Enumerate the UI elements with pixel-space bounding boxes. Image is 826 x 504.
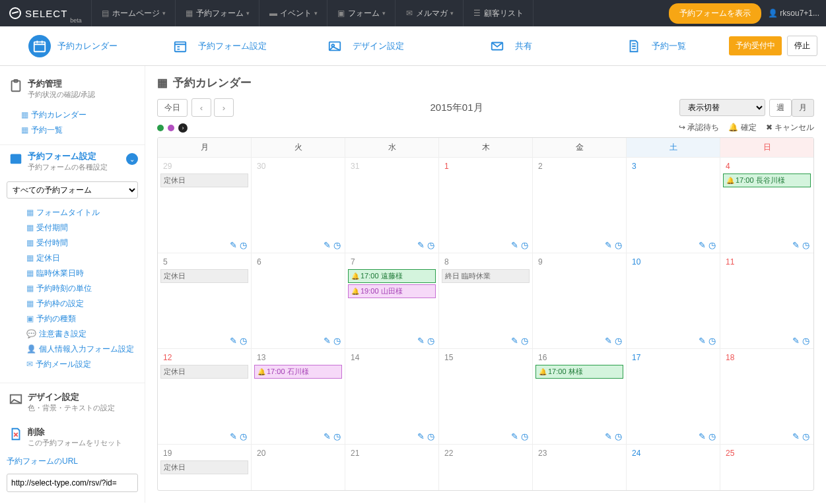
nav-forms[interactable]: ▣フォーム▾: [327, 0, 396, 26]
nav-mailmag[interactable]: ✉メルマガ▾: [396, 0, 464, 26]
week-button[interactable]: 週: [769, 99, 792, 117]
edit-icon[interactable]: ✎: [511, 431, 518, 441]
event[interactable]: 🔔17:00 遠藤様: [348, 269, 436, 283]
edit-icon[interactable]: ✎: [230, 240, 237, 250]
cal-cell[interactable]: 22: [439, 444, 533, 490]
arrow-icon[interactable]: ›: [178, 123, 188, 133]
cal-cell[interactable]: 21: [345, 444, 439, 490]
clock-icon[interactable]: ◷: [708, 240, 716, 250]
cal-cell[interactable]: 31✎◷: [345, 157, 439, 253]
sidebar-link-tempclosed[interactable]: ▦臨時休業日時: [26, 266, 137, 281]
cal-cell[interactable]: 12 定休日 ✎◷: [158, 348, 252, 444]
collapse-icon[interactable]: ⌄: [126, 153, 138, 165]
sidebar-link-type[interactable]: ▣予約の種類: [26, 311, 137, 327]
edit-icon[interactable]: ✎: [792, 336, 800, 346]
show-form-button[interactable]: 予約フォームを表示: [669, 3, 761, 24]
edit-icon[interactable]: ✎: [324, 240, 331, 250]
edit-icon[interactable]: ✎: [792, 240, 800, 250]
clock-icon[interactable]: ◷: [521, 240, 528, 250]
cal-cell[interactable]: 4 🔔17:00 長谷川様 ✎◷: [720, 157, 813, 253]
sidebar-delete[interactable]: 削除 この予約フォームをリセット: [0, 418, 145, 453]
url-input[interactable]: [7, 474, 138, 492]
edit-icon[interactable]: ✎: [230, 336, 237, 346]
edit-icon[interactable]: ✎: [605, 240, 612, 250]
logo[interactable]: SELECT beta: [0, 0, 92, 26]
cal-cell[interactable]: 7 🔔17:00 遠藤様 🔔19:00 山田様 ✎◷: [345, 253, 439, 348]
clock-icon[interactable]: ◷: [240, 431, 247, 441]
sidebar-link-unit[interactable]: ▦予約時刻の単位: [26, 281, 137, 296]
nav-customers[interactable]: ☰顧客リスト: [464, 0, 533, 26]
edit-icon[interactable]: ✎: [417, 431, 425, 441]
cal-cell[interactable]: 24: [627, 444, 720, 490]
clock-icon[interactable]: ◷: [427, 431, 434, 441]
month-button[interactable]: 月: [792, 99, 814, 117]
edit-icon[interactable]: ✎: [417, 240, 425, 250]
subnav-form-settings[interactable]: 予約フォーム設定: [145, 26, 291, 65]
edit-icon[interactable]: ✎: [230, 431, 237, 441]
cal-cell[interactable]: 1✎◷: [439, 157, 533, 253]
sidebar-link-mail[interactable]: ✉予約メール設定: [26, 357, 137, 372]
sidebar-link-title[interactable]: ▦フォームタイトル: [26, 205, 137, 220]
cal-cell[interactable]: 14✎◷: [345, 348, 439, 444]
edit-icon[interactable]: ✎: [324, 336, 331, 346]
clock-icon[interactable]: ◷: [427, 240, 434, 250]
cal-cell[interactable]: 29 定休日 ✎◷: [158, 157, 252, 253]
subnav-share[interactable]: 共有: [436, 26, 582, 65]
clock-icon[interactable]: ◷: [615, 336, 622, 346]
edit-icon[interactable]: ✎: [511, 336, 518, 346]
legend-cancel[interactable]: ✖ キャンセル: [766, 122, 814, 133]
clock-icon[interactable]: ◷: [333, 336, 341, 346]
clock-icon[interactable]: ◷: [708, 431, 716, 441]
sidebar-design[interactable]: デザイン設定 色・背景・テキストの設定: [0, 383, 145, 418]
cal-cell[interactable]: 19 定休日: [158, 444, 252, 490]
clock-icon[interactable]: ◷: [240, 336, 247, 346]
clock-icon[interactable]: ◷: [802, 431, 809, 441]
cal-cell[interactable]: 23: [533, 444, 627, 490]
cal-cell[interactable]: 25: [720, 444, 813, 490]
nav-home[interactable]: ▤ホームページ▾: [92, 0, 176, 26]
cal-cell[interactable]: 16 🔔17:00 林様 ✎◷: [533, 348, 627, 444]
clock-icon[interactable]: ◷: [333, 431, 341, 441]
next-button[interactable]: ›: [214, 98, 234, 117]
edit-icon[interactable]: ✎: [699, 336, 706, 346]
cal-cell[interactable]: 3✎◷: [627, 157, 720, 253]
today-button[interactable]: 今日: [157, 99, 188, 117]
clock-icon[interactable]: ◷: [708, 336, 716, 346]
sidebar-link-slot[interactable]: ▦予約枠の設定: [26, 296, 137, 311]
clock-icon[interactable]: ◷: [333, 240, 341, 250]
event[interactable]: 🔔17:00 林様: [535, 365, 623, 379]
clock-icon[interactable]: ◷: [615, 431, 622, 441]
cal-cell[interactable]: 15✎◷: [439, 348, 533, 444]
nav-event[interactable]: ▬イベント▾: [259, 0, 327, 26]
cal-cell[interactable]: 30✎◷: [252, 157, 345, 253]
cal-cell[interactable]: 18✎◷: [720, 348, 813, 444]
user-menu[interactable]: 👤 rksou7+1...: [768, 9, 819, 18]
clock-icon[interactable]: ◷: [427, 336, 434, 346]
subnav-design[interactable]: デザイン設定: [291, 26, 436, 65]
sidebar-link-list[interactable]: ▦予約一覧: [21, 123, 137, 138]
form-select[interactable]: すべての予約フォーム: [7, 181, 138, 199]
cal-cell[interactable]: 20: [252, 444, 345, 490]
sidebar-link-period[interactable]: ▦受付期間: [26, 220, 137, 236]
edit-icon[interactable]: ✎: [511, 240, 518, 250]
clock-icon[interactable]: ◷: [521, 431, 528, 441]
sidebar-link-note[interactable]: 💬注意書き設定: [26, 327, 137, 342]
cal-cell[interactable]: 5 定休日 ✎◷: [158, 253, 252, 348]
clock-icon[interactable]: ◷: [802, 240, 809, 250]
subnav-calendar[interactable]: 予約カレンダー: [0, 26, 145, 65]
edit-icon[interactable]: ✎: [417, 336, 425, 346]
stop-button[interactable]: 停止: [787, 36, 817, 56]
edit-icon[interactable]: ✎: [792, 431, 800, 441]
sidebar-link-personal[interactable]: 👤個人情報入力フォーム設定: [26, 342, 137, 357]
clock-icon[interactable]: ◷: [615, 240, 622, 250]
edit-icon[interactable]: ✎: [699, 240, 706, 250]
clock-icon[interactable]: ◷: [802, 336, 809, 346]
cal-cell[interactable]: 9✎◷: [533, 253, 627, 348]
cal-cell[interactable]: 11✎◷: [720, 253, 813, 348]
clock-icon[interactable]: ◷: [240, 240, 247, 250]
cal-cell[interactable]: 8 終日 臨時休業 ✎◷: [439, 253, 533, 348]
subnav-list[interactable]: 予約一覧: [582, 26, 727, 65]
cal-cell[interactable]: 6✎◷: [252, 253, 345, 348]
view-select[interactable]: 表示切替: [679, 99, 765, 116]
cal-cell[interactable]: 2✎◷: [533, 157, 627, 253]
